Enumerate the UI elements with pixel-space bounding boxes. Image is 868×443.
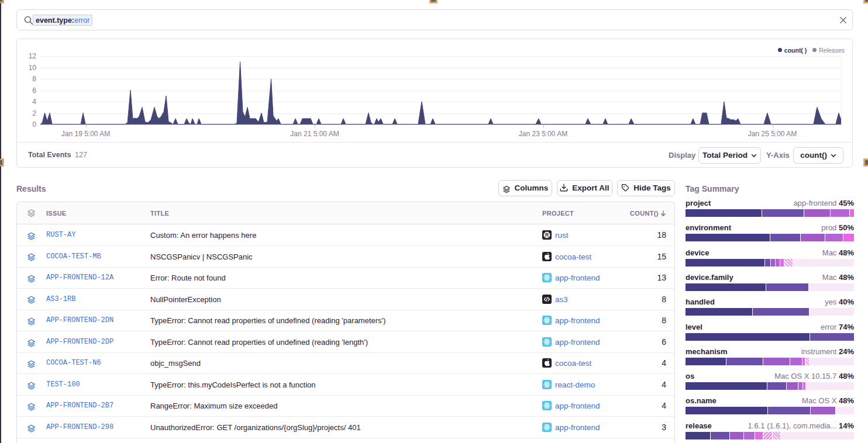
svg-text:R: R xyxy=(545,232,549,238)
